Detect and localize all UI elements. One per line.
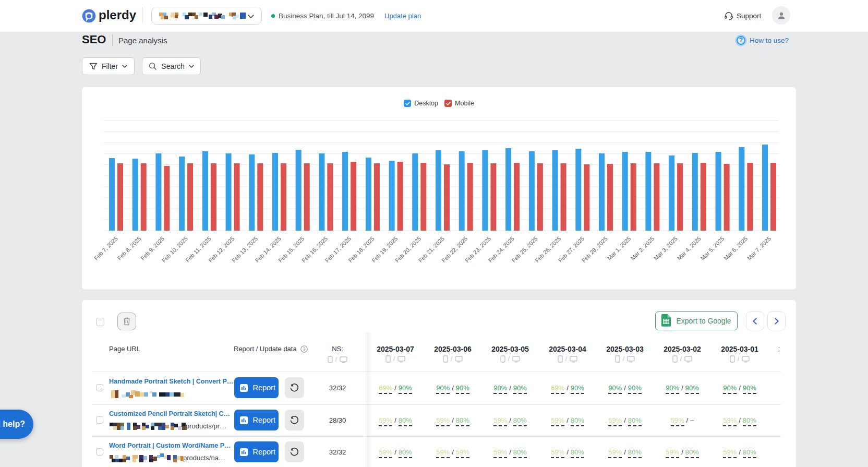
- svg-text:Feb 7, 2025: Feb 7, 2025: [93, 235, 119, 261]
- svg-text:Mar 4, 2025: Mar 4, 2025: [676, 235, 702, 261]
- svg-text:Mar 5, 2025: Mar 5, 2025: [700, 235, 726, 261]
- svg-text:Feb 8, 2025: Feb 8, 2025: [116, 235, 142, 261]
- svg-text:Mar 7, 2025: Mar 7, 2025: [746, 235, 772, 261]
- svg-text:Mar 3, 2025: Mar 3, 2025: [653, 235, 679, 261]
- svg-text:Mar 2, 2025: Mar 2, 2025: [629, 235, 655, 261]
- svg-text:Mar 6, 2025: Mar 6, 2025: [722, 235, 749, 261]
- svg-text:Mar 1, 2025: Mar 1, 2025: [606, 235, 632, 261]
